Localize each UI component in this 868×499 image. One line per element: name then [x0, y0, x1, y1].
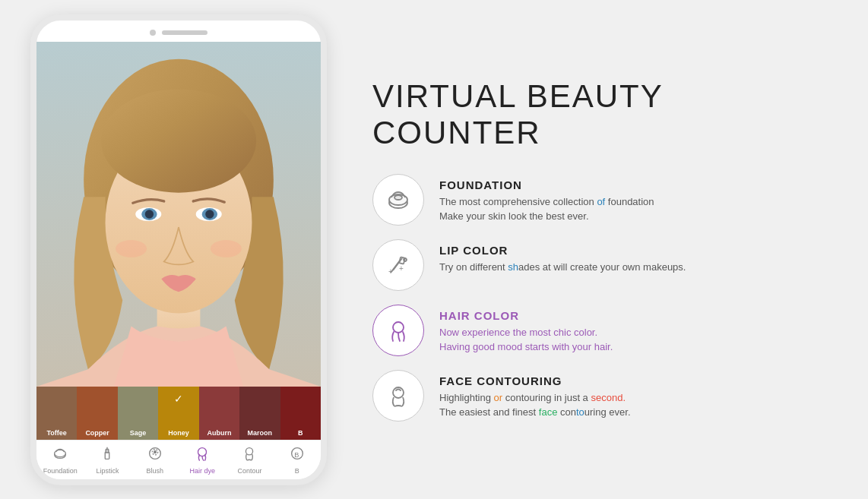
svg-text:+: +	[399, 264, 404, 273]
main-container: Toffee Copper Sage ✓ Honey Auburn Maroon…	[0, 0, 868, 499]
swatch-toffee[interactable]: Toffee	[36, 387, 77, 440]
svg-point-22	[246, 447, 253, 454]
hair-color-icon	[385, 317, 412, 344]
svg-text:+: +	[388, 267, 393, 276]
swatch-label-sage: Sage	[118, 429, 158, 437]
swatch-b[interactable]: B	[280, 387, 321, 440]
feature-foundation: FOUNDATION The most comprehensive collec…	[372, 174, 838, 226]
nav-blush[interactable]: Blush	[131, 445, 179, 475]
foundation-heading: FOUNDATION	[439, 178, 654, 191]
swatch-copper[interactable]: Copper	[77, 387, 117, 440]
nav-lipstick[interactable]: Lipstick	[84, 445, 131, 475]
swatch-label-toffee: Toffee	[36, 429, 77, 437]
svg-point-10	[205, 210, 214, 218]
swatch-label-b: B	[280, 429, 321, 437]
face-image	[36, 42, 321, 387]
right-content: VIRTUAL BEAUTY COUNTER FOUNDATION The mo…	[372, 78, 838, 422]
svg-point-9	[145, 210, 154, 218]
nav-foundation[interactable]: Foundation	[36, 445, 84, 475]
feature-face-contouring: FACE CONTOURING Highlighting or contouri…	[372, 370, 838, 422]
face-contouring-icon	[385, 382, 412, 409]
lip-color-icon: + +	[385, 251, 412, 279]
color-swatches-bar: Toffee Copper Sage ✓ Honey Auburn Maroon…	[36, 387, 321, 440]
hairdye-nav-icon	[194, 445, 211, 466]
hair-color-icon-circle	[372, 305, 424, 356]
swatch-label-honey: Honey	[158, 429, 198, 437]
lipstick-nav-icon	[99, 445, 116, 466]
phone-screen	[36, 42, 321, 387]
swatch-honey[interactable]: ✓ Honey	[158, 387, 198, 440]
svg-point-34	[393, 322, 404, 333]
nav-hairdye[interactable]: Hair dye	[179, 445, 226, 475]
foundation-icon	[385, 186, 412, 213]
face-contouring-icon-circle	[372, 370, 424, 422]
feature-list: FOUNDATION The most comprehensive collec…	[372, 174, 838, 422]
nav-label-lipstick: Lipstick	[96, 467, 119, 475]
phone-top-bar	[36, 21, 321, 42]
hair-color-desc: Now experience the most chic color. Havi…	[439, 325, 613, 355]
lip-color-desc: Try on different shades at will create y…	[439, 260, 686, 275]
svg-point-27	[394, 195, 402, 200]
svg-text:B: B	[294, 450, 299, 458]
lip-color-feature-text: LIP COLOR Try on different shades at wil…	[439, 239, 686, 275]
swatch-label-copper: Copper	[77, 429, 117, 437]
phone-mockup: Toffee Copper Sage ✓ Honey Auburn Maroon…	[30, 14, 327, 485]
swatch-label-maroon: Maroon	[239, 429, 280, 437]
lip-color-icon-circle: + +	[372, 239, 424, 291]
nav-label-hairdye: Hair dye	[189, 467, 215, 475]
hair-color-heading: HAIR COLOR	[439, 309, 613, 322]
face-contouring-heading: FACE CONTOURING	[439, 374, 631, 387]
svg-rect-16	[106, 450, 109, 453]
face-contouring-feature-text: FACE CONTOURING Highlighting or contouri…	[439, 370, 631, 420]
swatch-sage[interactable]: Sage	[118, 387, 158, 440]
page-title: VIRTUAL BEAUTY COUNTER	[372, 78, 838, 151]
swatch-check-honey: ✓	[174, 393, 183, 405]
swatch-label-auburn: Auburn	[199, 429, 239, 437]
nav-label-blush: Blush	[147, 467, 164, 475]
nav-label-foundation: Foundation	[43, 467, 78, 475]
blush-nav-icon	[147, 445, 163, 466]
foundation-nav-icon	[52, 445, 68, 466]
nav-label-contour: Contour	[237, 467, 261, 475]
phone-speaker	[162, 30, 207, 35]
hair-color-feature-text: HAIR COLOR Now experience the most chic …	[439, 305, 613, 355]
feature-hair-color: HAIR COLOR Now experience the most chic …	[372, 305, 838, 356]
swatch-auburn[interactable]: Auburn	[199, 387, 239, 440]
phone-bottom-nav: Foundation Lipstick	[36, 440, 321, 479]
foundation-icon-circle	[372, 174, 424, 226]
foundation-desc: The most comprehensive collection of fou…	[439, 194, 654, 224]
svg-point-11	[116, 240, 147, 257]
feature-lip-color: + + LIP COLOR Try on different shades at…	[372, 239, 838, 291]
svg-point-20	[154, 450, 156, 453]
face-contouring-desc: Highlighting or contouring in just a sec…	[439, 390, 631, 420]
nav-contour[interactable]: Contour	[226, 445, 273, 475]
nav-label-b: B	[295, 467, 299, 475]
camera-dot	[150, 30, 156, 36]
svg-point-4	[101, 89, 256, 192]
foundation-feature-text: FOUNDATION The most comprehensive collec…	[439, 174, 654, 224]
swatch-maroon[interactable]: Maroon	[239, 387, 280, 440]
contour-nav-icon	[241, 445, 258, 466]
b-nav-icon: B	[289, 445, 306, 466]
svg-point-12	[211, 240, 242, 257]
lip-color-heading: LIP COLOR	[439, 244, 686, 257]
nav-b[interactable]: B B	[274, 445, 321, 475]
